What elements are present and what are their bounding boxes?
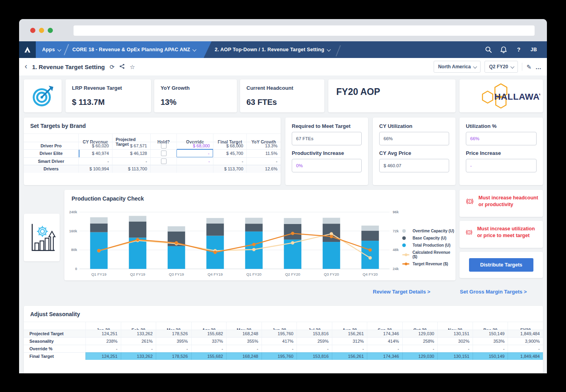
grid-cell[interactable]: 129,030 xyxy=(402,352,438,360)
row-header[interactable]: Drivers xyxy=(24,165,78,173)
grid-cell[interactable]: - xyxy=(367,345,402,352)
grid-cell[interactable]: 259% xyxy=(297,337,332,345)
grid-cell[interactable]: 168,248 xyxy=(226,352,262,360)
grid-cell[interactable]: - xyxy=(121,345,156,352)
favorite-star-icon[interactable]: ☆ xyxy=(130,64,135,70)
grid-cell[interactable]: - xyxy=(332,345,367,352)
grid-cell[interactable]: 156,261 xyxy=(332,330,367,337)
row-header[interactable]: Driver Elite xyxy=(24,149,78,157)
more-options-icon[interactable]: … xyxy=(535,64,541,70)
grid-cell[interactable]: 414% xyxy=(367,337,402,345)
grid-cell[interactable]: - xyxy=(246,157,281,165)
grid-cell[interactable]: 312% xyxy=(332,337,367,345)
override-cell[interactable] xyxy=(176,165,213,173)
share-icon[interactable] xyxy=(119,64,125,70)
grid-cell[interactable]: 3,900% xyxy=(508,337,543,345)
grid-cell[interactable]: - xyxy=(508,345,543,352)
grid-cell[interactable]: 178,526 xyxy=(156,330,191,337)
field-input[interactable]: $ 460.07 xyxy=(379,159,449,172)
page-breadcrumb[interactable]: 2. AOP Top-Down / 1. Revenue Target Sett… xyxy=(215,47,330,52)
row-header[interactable]: Final Target xyxy=(24,352,85,360)
maximize-window-button[interactable] xyxy=(48,28,53,33)
grid-cell[interactable]: 337% xyxy=(191,337,227,345)
row-header[interactable]: Projected Target xyxy=(24,330,85,337)
grid-cell[interactable]: $ 113,700 xyxy=(112,165,150,173)
grid-cell[interactable]: 195,760 xyxy=(262,352,297,360)
distribute-targets-button[interactable]: Distribute Targets xyxy=(469,258,533,272)
grid-cell[interactable]: - xyxy=(402,345,438,352)
grid-cell[interactable]: - xyxy=(191,345,227,352)
hold-checkbox[interactable] xyxy=(161,143,167,149)
grid-cell[interactable]: $ 113,700 xyxy=(213,165,246,173)
hold-checkbox[interactable] xyxy=(161,151,167,156)
anaplan-logo-icon[interactable] xyxy=(19,41,36,58)
grid-cell[interactable]: $ 100,994 xyxy=(78,165,112,173)
row-header[interactable]: Override % xyxy=(24,345,85,352)
grid-cell[interactable]: $ 46,128 xyxy=(112,149,150,157)
override-cell[interactable]: - xyxy=(176,157,213,165)
grid-cell[interactable]: 130,151 xyxy=(437,352,473,360)
grid-cell[interactable]: 13.3% xyxy=(246,142,281,150)
url-bar[interactable] xyxy=(74,25,535,36)
grid-cell[interactable]: 195,760 xyxy=(262,330,297,337)
row-header[interactable]: Seasonality xyxy=(24,337,85,345)
grid-cell[interactable]: - xyxy=(78,157,112,165)
grid-cell[interactable]: 417% xyxy=(262,337,297,345)
help-icon[interactable]: ? xyxy=(511,41,526,58)
period-selector-dropdown[interactable]: Q2 FY20 xyxy=(485,61,518,73)
grid-cell[interactable]: 153,816 xyxy=(297,352,332,360)
grid-cell[interactable]: 124,251 xyxy=(85,330,121,337)
field-input[interactable]: 66% xyxy=(466,132,537,145)
grid-cell[interactable]: 174,346 xyxy=(367,330,402,337)
minimize-window-button[interactable] xyxy=(39,28,44,33)
grid-cell[interactable]: 150,149 xyxy=(473,330,508,337)
notifications-bell-icon[interactable] xyxy=(496,41,511,58)
model-breadcrumb[interactable]: CORE 18 - Revenue & OpEx Planning APAC A… xyxy=(70,41,198,58)
grid-cell[interactable]: 395% xyxy=(156,337,191,345)
grid-cell[interactable]: - xyxy=(297,345,332,352)
grid-cell[interactable]: 153,816 xyxy=(297,330,332,337)
grid-cell[interactable]: 124,251 xyxy=(85,352,121,360)
field-input[interactable]: 0% xyxy=(292,159,362,172)
grid-cell[interactable]: 238% xyxy=(85,337,121,345)
grid-cell[interactable]: 355% xyxy=(226,337,262,345)
grid-cell[interactable]: 1,849,484 xyxy=(508,352,543,360)
grid-cell[interactable]: 174,346 xyxy=(367,352,402,360)
grid-cell[interactable]: $ 68,000 xyxy=(213,142,246,150)
region-selector-dropdown[interactable]: North America xyxy=(434,61,481,73)
back-chevron-icon[interactable]: ‹ xyxy=(25,62,27,71)
grid-cell[interactable]: - xyxy=(437,345,473,352)
grid-cell[interactable]: 156,261 xyxy=(332,352,367,360)
field-input[interactable]: 66% xyxy=(379,132,449,145)
grid-cell[interactable]: 353% xyxy=(473,337,508,345)
grid-cell[interactable]: 168,248 xyxy=(226,330,262,337)
refresh-icon[interactable]: ⟳ xyxy=(110,64,115,70)
user-avatar[interactable]: JB xyxy=(526,41,541,58)
review-target-details-link[interactable]: Review Target Details > xyxy=(373,289,430,295)
grid-cell[interactable]: $ 45,700 xyxy=(213,149,246,157)
grid-cell[interactable]: 12.6% xyxy=(246,165,281,173)
grid-cell[interactable]: $ 60,020 xyxy=(78,142,112,150)
grid-cell[interactable]: $ 40,974 xyxy=(78,149,112,157)
grid-cell[interactable]: 133,262 xyxy=(121,330,156,337)
field-input[interactable]: 67 FTEs xyxy=(292,132,362,145)
grid-cell[interactable]: 133,262 xyxy=(121,352,156,360)
hold-checkbox[interactable] xyxy=(161,158,167,164)
grid-cell[interactable]: 155,682 xyxy=(191,352,227,360)
grid-cell[interactable]: 302% xyxy=(437,337,473,345)
row-header[interactable]: Smart Driver xyxy=(24,157,78,165)
grid-cell[interactable]: 261% xyxy=(121,337,156,345)
grid-cell[interactable]: 130,151 xyxy=(437,330,473,337)
grid-cell[interactable]: 155,682 xyxy=(191,330,227,337)
grid-cell[interactable]: 129,030 xyxy=(402,330,438,337)
grid-cell[interactable]: - xyxy=(226,345,262,352)
field-input[interactable]: - xyxy=(466,159,537,172)
row-header[interactable]: Driver Pro xyxy=(24,142,78,150)
grid-cell[interactable]: $ 67,571 xyxy=(112,142,150,150)
grid-cell[interactable]: - xyxy=(85,345,121,352)
apps-menu[interactable]: Apps xyxy=(40,41,63,58)
grid-cell[interactable]: - xyxy=(112,157,150,165)
grid-cell[interactable]: - xyxy=(213,157,246,165)
grid-cell[interactable]: 150,149 xyxy=(473,352,508,360)
grid-cell[interactable]: - xyxy=(156,345,191,352)
